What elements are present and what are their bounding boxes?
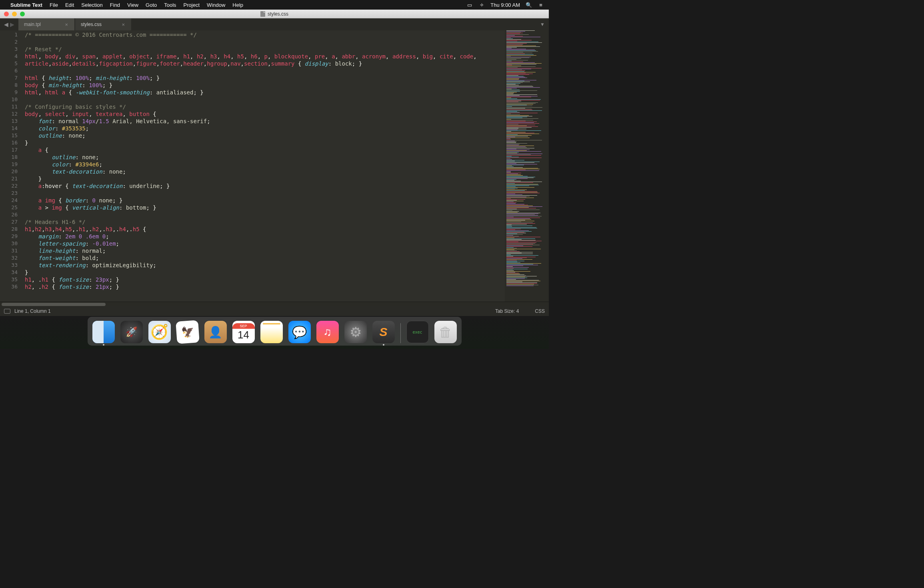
menu-view[interactable]: View xyxy=(127,2,138,8)
menu-help[interactable]: Help xyxy=(232,2,243,8)
macos-menubar: Sublime Text File Edit Selection Find Vi… xyxy=(0,0,549,10)
window-titlebar: styles.css xyxy=(0,10,549,18)
tab-close-icon[interactable]: × xyxy=(65,22,68,28)
calendar-month: SEP xyxy=(232,323,255,329)
dock-divider xyxy=(400,323,401,343)
dock-trash-icon[interactable] xyxy=(434,321,457,343)
dock-itunes-icon[interactable] xyxy=(316,321,339,343)
menu-tools[interactable]: Tools xyxy=(164,2,176,8)
tab-main-tpl[interactable]: main.tpl × xyxy=(18,18,74,30)
document-icon xyxy=(260,11,265,17)
dock-notes-icon[interactable] xyxy=(260,321,283,343)
status-syntax[interactable]: CSS xyxy=(535,308,545,314)
dock-launchpad-icon[interactable] xyxy=(120,321,143,343)
tab-styles-css[interactable]: styles.css × xyxy=(75,18,131,30)
tab-label: main.tpl xyxy=(24,22,58,27)
window-title: styles.css xyxy=(268,11,288,17)
tab-overflow-icon[interactable]: ▼ xyxy=(540,22,545,27)
menubar-clock[interactable]: Thu 9:00 AM xyxy=(490,2,520,8)
window-close-button[interactable] xyxy=(4,12,9,16)
app-name[interactable]: Sublime Text xyxy=(10,2,42,8)
back-arrow-icon[interactable]: ◀ xyxy=(4,21,8,28)
menu-window[interactable]: Window xyxy=(207,2,225,8)
panel-switcher-icon[interactable] xyxy=(4,309,10,314)
minimap[interactable] xyxy=(505,30,549,302)
dock-contacts-icon[interactable] xyxy=(204,321,227,343)
menu-edit[interactable]: Edit xyxy=(65,2,74,8)
forward-arrow-icon[interactable]: ▶ xyxy=(10,21,14,28)
dock-messages-icon[interactable] xyxy=(288,321,311,343)
dock-system-preferences-icon[interactable] xyxy=(344,321,367,343)
dock-safari-icon[interactable] xyxy=(148,321,171,343)
dock-mail-icon[interactable] xyxy=(176,320,200,344)
calendar-day: 14 xyxy=(238,329,249,341)
tab-nav-arrows: ◀ ▶ xyxy=(0,18,18,30)
code-content[interactable]: /* =========== © 2016 Centroarts.com ===… xyxy=(22,30,505,302)
notification-center-icon[interactable]: ≡ xyxy=(538,2,544,8)
tab-label: styles.css xyxy=(81,22,114,27)
dock-sublime-text-icon[interactable] xyxy=(372,321,395,343)
line-gutter: 1234567891011121314151617181920212223242… xyxy=(0,30,22,302)
window-minimize-button[interactable] xyxy=(12,12,17,16)
script-menu-icon[interactable]: ✧ xyxy=(478,2,485,8)
spotlight-icon[interactable]: 🔍 xyxy=(526,2,532,8)
dock-finder-icon[interactable] xyxy=(92,321,115,343)
horizontal-scrollbar[interactable] xyxy=(0,302,549,306)
dock-area: SEP 14 xyxy=(0,317,549,349)
menu-selection[interactable]: Selection xyxy=(81,2,102,8)
window-zoom-button[interactable] xyxy=(20,12,25,16)
status-cursor-position[interactable]: Line 1, Column 1 xyxy=(14,308,51,314)
menu-find[interactable]: Find xyxy=(110,2,120,8)
screen-share-icon[interactable]: ▭ xyxy=(466,2,473,8)
dock-calendar-icon[interactable]: SEP 14 xyxy=(232,321,255,343)
status-bar: Line 1, Column 1 Tab Size: 4 CSS xyxy=(0,306,549,316)
menu-file[interactable]: File xyxy=(50,2,58,8)
status-tab-size[interactable]: Tab Size: 4 xyxy=(495,308,519,314)
scrollbar-thumb[interactable] xyxy=(2,303,106,306)
menu-goto[interactable]: Goto xyxy=(146,2,157,8)
traffic-lights xyxy=(4,12,25,16)
dock: SEP 14 xyxy=(88,317,462,346)
tab-close-icon[interactable]: × xyxy=(122,22,125,28)
dock-terminal-icon[interactable] xyxy=(406,321,429,343)
editor-area: 1234567891011121314151617181920212223242… xyxy=(0,30,549,302)
tab-strip: ◀ ▶ main.tpl × styles.css × ▼ xyxy=(0,18,549,30)
menu-project[interactable]: Project xyxy=(184,2,200,8)
